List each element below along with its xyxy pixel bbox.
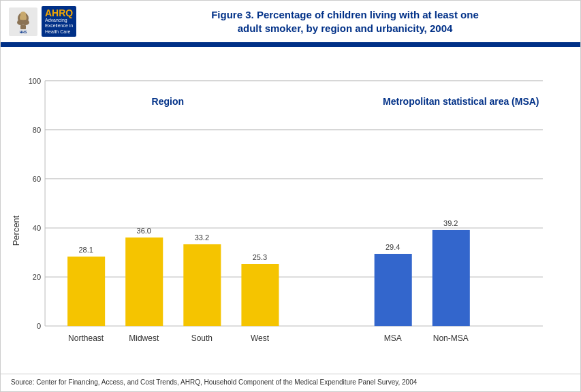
bar-northeast bbox=[67, 257, 105, 326]
logo-area: HHS AHRQ Advancing Excellence in Health … bbox=[9, 6, 118, 37]
chart-area: Percent 0 20 40 60 80 100 bbox=[1, 47, 580, 374]
chart-svg: Percent 0 20 40 60 80 100 bbox=[11, 54, 570, 374]
bar-value-west: 25.3 bbox=[253, 253, 267, 261]
header: HHS AHRQ Advancing Excellence in Health … bbox=[1, 1, 580, 44]
region-group-label: Region bbox=[152, 96, 184, 107]
xlabel-west: West bbox=[251, 333, 270, 343]
xlabel-midwest: Midwest bbox=[129, 333, 159, 343]
ytick-80: 80 bbox=[33, 126, 41, 134]
chart-title-line2: adult smoker, by region and urbanicity, … bbox=[238, 22, 453, 34]
bar-value-midwest: 36.0 bbox=[137, 227, 151, 235]
bar-west bbox=[241, 264, 279, 326]
hhs-logo-icon: HHS bbox=[9, 7, 37, 36]
bar-value-msa: 29.4 bbox=[386, 243, 400, 251]
bar-nonmsa bbox=[433, 230, 470, 326]
bar-value-nonmsa: 39.2 bbox=[443, 219, 458, 227]
chart-title-line1: Figure 3. Percentage of children living … bbox=[211, 9, 479, 20]
bar-value-south: 33.2 bbox=[195, 233, 209, 242]
y-axis-label: Percent bbox=[11, 215, 21, 246]
xlabel-south: South bbox=[191, 333, 213, 343]
ytick-0: 0 bbox=[37, 322, 41, 330]
bar-midwest bbox=[125, 238, 163, 326]
msa-group-label: Metropolitan statistical area (MSA) bbox=[383, 96, 539, 107]
xlabel-northeast: Northeast bbox=[68, 333, 104, 343]
chart-title-area: Figure 3. Percentage of children living … bbox=[118, 8, 572, 35]
ytick-60: 60 bbox=[33, 175, 41, 183]
bar-msa bbox=[375, 254, 412, 326]
bar-south bbox=[183, 244, 221, 326]
bar-value-northeast: 28.1 bbox=[78, 246, 93, 254]
ahrq-logo: AHRQ Advancing Excellence in Health Care bbox=[42, 6, 76, 37]
ytick-100: 100 bbox=[29, 77, 41, 85]
page-container: HHS AHRQ Advancing Excellence in Health … bbox=[0, 0, 581, 392]
xlabel-msa: MSA bbox=[384, 333, 402, 343]
ytick-20: 20 bbox=[33, 273, 41, 281]
ahrq-name: AHRQ bbox=[45, 8, 73, 18]
svg-point-3 bbox=[20, 12, 26, 17]
svg-rect-6 bbox=[20, 25, 26, 29]
source-text: Source: Center for Financing, Access, an… bbox=[11, 378, 417, 386]
ahrq-tagline: Advancing Excellence in Health Care bbox=[45, 18, 73, 35]
svg-text:HHS: HHS bbox=[20, 30, 27, 34]
chart-title: Figure 3. Percentage of children living … bbox=[118, 8, 572, 35]
svg-point-5 bbox=[21, 20, 29, 25]
xlabel-nonmsa: Non-MSA bbox=[433, 333, 469, 343]
ytick-40: 40 bbox=[33, 224, 41, 232]
